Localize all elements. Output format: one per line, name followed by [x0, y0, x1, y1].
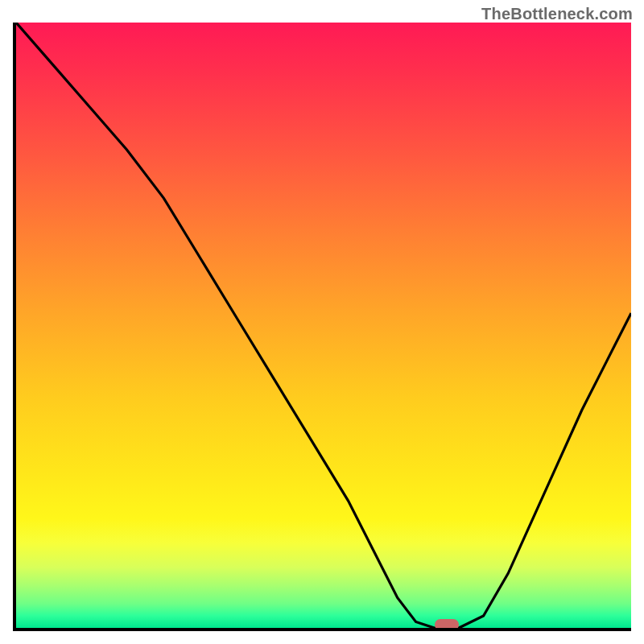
chart-frame: { "watermark": "TheBottleneck.com", "cha…	[0, 0, 644, 644]
bottleneck-curve	[16, 23, 631, 628]
watermark-text: TheBottleneck.com	[481, 5, 633, 23]
curve-svg	[16, 23, 631, 628]
plot-area	[13, 23, 631, 631]
optimum-marker	[435, 619, 459, 630]
